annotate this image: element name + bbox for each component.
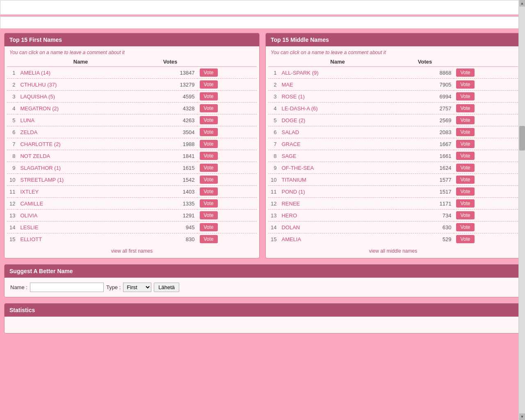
- votes-cell: 4263: [144, 114, 197, 126]
- scrollbar[interactable]: ▲ ▼: [518, 0, 525, 333]
- vote-button[interactable]: Vote: [456, 92, 474, 100]
- vote-button-cell: Vote: [454, 103, 518, 114]
- name-cell[interactable]: CAMILLE: [18, 198, 143, 210]
- vote-button[interactable]: Vote: [456, 116, 474, 124]
- vote-button[interactable]: Vote: [200, 176, 218, 184]
- name-cell[interactable]: SLAGATHOR (1): [18, 162, 143, 174]
- name-cell[interactable]: RENEE: [279, 198, 396, 210]
- vote-button[interactable]: Vote: [200, 92, 218, 100]
- name-cell[interactable]: STREETLAMP (1): [18, 174, 143, 186]
- vote-button[interactable]: Vote: [200, 211, 218, 219]
- statistics-title: Statistics: [5, 304, 520, 317]
- votes-cell: 1291: [144, 210, 197, 221]
- table-row: 7 GRACE 1667 Vote: [268, 138, 518, 150]
- table-row: 12 CAMILLE 1335 Vote: [7, 198, 257, 210]
- name-cell[interactable]: DOGE (2): [279, 114, 396, 126]
- name-cell[interactable]: TITANIUM: [279, 174, 396, 186]
- vote-button[interactable]: Vote: [200, 164, 218, 172]
- vote-button-cell: Vote: [454, 233, 518, 245]
- name-cell[interactable]: CTHULHU (37): [18, 79, 143, 91]
- name-cell[interactable]: LAQUISHA (5): [18, 91, 143, 103]
- name-cell[interactable]: AMELIA: [279, 233, 396, 245]
- vote-button[interactable]: Vote: [200, 140, 218, 148]
- name-cell[interactable]: IXTLEY: [18, 186, 143, 198]
- vote-button[interactable]: Vote: [456, 104, 474, 112]
- vote-button[interactable]: Vote: [200, 152, 218, 160]
- vote-button[interactable]: Vote: [456, 235, 474, 243]
- name-cell[interactable]: SALAD: [279, 126, 396, 138]
- name-cell[interactable]: LE-DASH-A (6): [279, 103, 396, 114]
- name-cell[interactable]: GRACE: [279, 138, 396, 150]
- vote-button-cell: Vote: [197, 67, 257, 79]
- rank-cell: 15: [268, 233, 279, 245]
- vote-button[interactable]: Vote: [200, 187, 218, 196]
- vote-button[interactable]: Vote: [456, 223, 474, 231]
- vote-button[interactable]: Vote: [456, 68, 474, 77]
- vote-button[interactable]: Vote: [456, 211, 474, 219]
- name-cell[interactable]: OF-THE-SEA: [279, 162, 396, 174]
- rank-cell: 8: [268, 150, 279, 162]
- table-row: 3 ROSE (1) 6994 Vote: [268, 91, 518, 103]
- vote-button[interactable]: Vote: [456, 199, 474, 208]
- first-names-action-header: [197, 57, 257, 67]
- votes-cell: 13279: [144, 79, 197, 91]
- name-cell[interactable]: ELLIOTT: [18, 233, 143, 245]
- name-cell[interactable]: HERO: [279, 210, 396, 221]
- name-cell[interactable]: OLIVIA: [18, 210, 143, 221]
- vote-button[interactable]: Vote: [200, 199, 218, 208]
- name-cell[interactable]: POND (1): [279, 186, 396, 198]
- name-cell[interactable]: DOLAN: [279, 221, 396, 233]
- votes-cell: 1517: [396, 186, 454, 198]
- table-row: 3 LAQUISHA (5) 4595 Vote: [7, 91, 257, 103]
- votes-cell: 630: [396, 221, 454, 233]
- first-names-name-header: Name: [18, 57, 143, 67]
- table-row: 5 LUNA 4263 Vote: [7, 114, 257, 126]
- vote-button-cell: Vote: [197, 138, 257, 150]
- name-cell[interactable]: LUNA: [18, 114, 143, 126]
- votes-cell: 4328: [144, 103, 197, 114]
- vote-button[interactable]: Vote: [200, 235, 218, 243]
- name-cell[interactable]: ALL-SPARK (9): [279, 67, 396, 79]
- view-all-middle-names-link[interactable]: view all middle names: [266, 248, 520, 254]
- name-cell[interactable]: NOT ZELDA: [18, 150, 143, 162]
- name-input[interactable]: [30, 283, 104, 292]
- vote-button[interactable]: Vote: [456, 164, 474, 172]
- vote-button-cell: Vote: [197, 210, 257, 221]
- rank-cell: 9: [7, 162, 18, 174]
- vote-button[interactable]: Vote: [200, 68, 218, 77]
- type-select[interactable]: FirstMiddleLast: [123, 283, 151, 292]
- name-cell[interactable]: SAGE: [279, 150, 396, 162]
- name-cell[interactable]: MAE: [279, 79, 396, 91]
- votes-cell: 1577: [396, 174, 454, 186]
- table-row: 8 SAGE 1661 Vote: [268, 150, 518, 162]
- table-row: 2 MAE 7905 Vote: [268, 79, 518, 91]
- name-cell[interactable]: CHARLOTTE (2): [18, 138, 143, 150]
- vote-button[interactable]: Vote: [456, 176, 474, 184]
- table-row: 13 HERO 734 Vote: [268, 210, 518, 221]
- vote-button[interactable]: Vote: [200, 223, 218, 231]
- scrollbar-thumb[interactable]: [519, 126, 525, 151]
- vote-button[interactable]: Vote: [200, 116, 218, 124]
- name-cell[interactable]: LESLIE: [18, 221, 143, 233]
- vote-button[interactable]: Vote: [456, 152, 474, 160]
- scroll-up-arrow[interactable]: ▲: [519, 0, 525, 7]
- vote-button[interactable]: Vote: [456, 80, 474, 89]
- name-cell[interactable]: ROSE (1): [279, 91, 396, 103]
- vote-button-cell: Vote: [454, 210, 518, 221]
- votes-cell: 1661: [396, 150, 454, 162]
- votes-cell: 7905: [396, 79, 454, 91]
- name-cell[interactable]: MEGATRON (2): [18, 103, 143, 114]
- table-row: 7 CHARLOTTE (2) 1988 Vote: [7, 138, 257, 150]
- name-cell[interactable]: ZELDA: [18, 126, 143, 138]
- view-all-first-names-link[interactable]: view all first names: [5, 248, 259, 254]
- submit-button[interactable]: Lähetä: [154, 283, 179, 292]
- vote-button[interactable]: Vote: [456, 140, 474, 148]
- rank-cell: 7: [268, 138, 279, 150]
- vote-button[interactable]: Vote: [200, 80, 218, 89]
- name-cell[interactable]: AMELIA (14): [18, 67, 143, 79]
- vote-button[interactable]: Vote: [200, 128, 218, 136]
- middle-names-votes-header: Votes: [396, 57, 454, 67]
- vote-button[interactable]: Vote: [200, 104, 218, 112]
- vote-button[interactable]: Vote: [456, 128, 474, 136]
- vote-button[interactable]: Vote: [456, 187, 474, 196]
